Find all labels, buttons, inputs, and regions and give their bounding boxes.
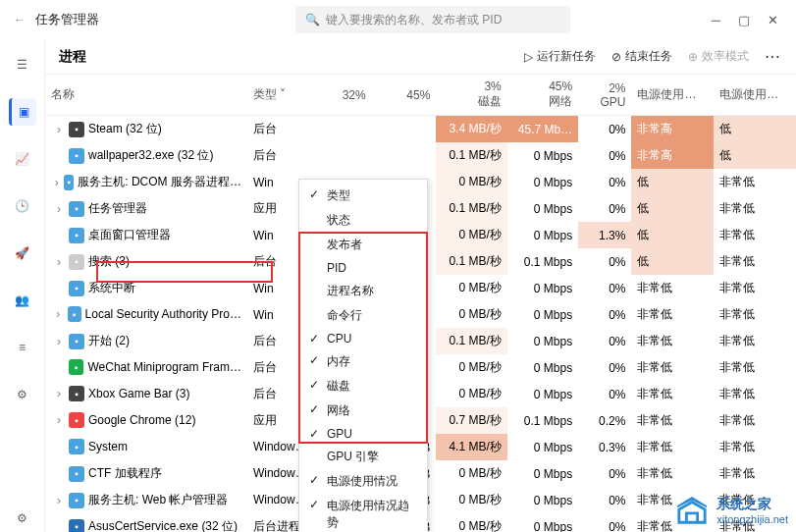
cell-disk: 0.1 MB/秒 [436,142,506,169]
expand-icon[interactable]: › [53,335,65,348]
col-net[interactable]: 45%网络 [507,75,578,116]
cell-disk: 0.1 MB/秒 [436,248,506,275]
cell-gpu: 0% [578,354,631,381]
watermark-logo-icon [673,495,711,526]
expand-icon[interactable]: › [53,494,65,507]
processes-tab-icon[interactable]: ▣ [9,98,36,126]
details-tab-icon[interactable]: ≡ [9,334,36,361]
menu-item[interactable]: 电源使用情况 [299,469,427,494]
col-gpu[interactable]: 2%GPU [578,75,631,116]
performance-tab-icon[interactable]: 📈 [9,145,36,173]
cell-gpu: 0% [578,248,631,275]
process-name: 服务主机: DCOM 服务器进程… [78,174,241,190]
cell-power: 低 [631,222,714,248]
menu-icon[interactable]: ☰ [9,51,36,79]
cell-gpu: 0% [578,301,631,328]
minimize-button[interactable]: ─ [712,13,720,27]
back-icon[interactable]: ← [8,8,31,31]
expand-icon[interactable]: › [53,255,65,269]
expand-icon[interactable]: › [53,176,60,189]
process-icon: ▪ [69,466,84,482]
process-icon: ▪ [69,281,84,296]
expand-icon[interactable]: › [53,413,65,427]
process-icon: ▪ [69,519,84,533]
close-button[interactable]: ✕ [768,13,778,27]
cell-gpu: 0% [578,513,631,532]
col-type[interactable]: 类型 ˅ [247,75,314,116]
more-icon[interactable]: ⋯ [765,47,782,66]
history-tab-icon[interactable]: 🕒 [9,192,36,220]
cell-disk: 4.1 MB/秒 [436,434,506,460]
efficiency-mode-button[interactable]: ⊕ 效率模式 [688,48,749,65]
startup-tab-icon[interactable]: 🚀 [9,239,36,267]
users-tab-icon[interactable]: 👥 [9,287,36,314]
cell-power-trend: 非常低 [714,222,796,248]
end-task-button[interactable]: ⊘ 结束任务 [611,48,672,65]
process-name: 任务管理器 [88,200,147,217]
cell-net: 0 Mbps [507,301,578,328]
cell-power: 非常低 [631,407,714,434]
menu-item[interactable]: CPU [299,328,427,349]
process-name: Xbox Game Bar (3) [88,387,189,400]
cell-disk: 0 MB/秒 [436,381,506,407]
col-power[interactable]: 电源使用情况 [631,75,714,116]
table-row[interactable]: ▪ wallpaper32.exe (32 位) 后台 0.1 MB/秒 0 M… [45,142,796,169]
services-tab-icon[interactable]: ⚙ [9,381,36,408]
expand-icon[interactable]: › [53,202,65,216]
cell-power: 非常低 [631,434,714,460]
sidebar: ☰ ▣ 📈 🕒 🚀 👥 ≡ ⚙ ⚙ [0,39,45,532]
menu-item[interactable]: PID [299,257,427,279]
expand-icon[interactable]: › [53,307,64,321]
cell-power-trend: 非常低 [714,248,796,275]
col-mem[interactable]: 45% [372,75,437,116]
menu-item[interactable]: 电源使用情况趋势 [299,494,427,532]
cell-power: 低 [631,169,714,195]
process-name: 桌面窗口管理器 [88,227,171,243]
menu-item[interactable]: 发布者 [299,233,427,257]
cell-net: 0 Mbps [507,275,578,301]
menu-item[interactable]: 命令行 [299,303,427,328]
process-name: Steam (32 位) [88,121,162,137]
process-name: CTF 加载程序 [88,465,162,482]
cell-net: 0 Mbps [507,142,578,169]
menu-item[interactable]: GPU 引擎 [299,445,427,469]
process-icon: ▪ [69,493,84,508]
settings-icon[interactable]: ⚙ [9,505,36,532]
menu-item[interactable]: 类型 [299,184,427,208]
col-power-trend[interactable]: 电源使用情… [714,75,796,116]
cell-net: 0 Mbps [507,222,578,248]
cell-power-trend: 非常低 [714,381,796,407]
cell-disk: 0 MB/秒 [436,460,506,487]
process-name: 开始 (2) [88,333,130,349]
maximize-button[interactable]: ▢ [738,13,750,27]
cell-gpu: 0.3% [578,434,631,460]
expand-icon[interactable]: › [53,123,65,136]
menu-item[interactable]: 磁盘 [299,374,427,399]
run-new-task-button[interactable]: ▷ 运行新任务 [524,48,596,65]
process-name: System [88,440,128,453]
process-icon: ▪ [69,148,84,164]
cell-net: 0 Mbps [507,328,578,354]
menu-item[interactable]: 网络 [299,399,427,423]
cell-power-trend: 非常低 [714,301,796,328]
menu-item[interactable]: 内存 [299,349,427,374]
cell-disk: 0 MB/秒 [436,513,506,532]
search-icon: 🔍 [305,13,320,27]
process-icon: ▪ [69,201,84,217]
cell-power-trend: 非常低 [714,275,796,301]
table-row[interactable]: › ▪ Steam (32 位) 后台 3.4 MB/秒 45.7 Mb… 0%… [45,116,796,143]
process-icon: ▪ [69,122,84,137]
cell-mem [372,142,437,169]
cell-net: 0 Mbps [507,169,578,195]
process-name: 系统中断 [88,280,135,296]
menu-item[interactable]: 状态 [299,208,427,233]
col-cpu[interactable]: 32% [314,75,372,116]
search-input[interactable]: 🔍 键入要搜索的名称、发布者或 PID [295,6,570,33]
cell-net: 0 Mbps [507,487,578,513]
expand-icon[interactable]: › [53,387,65,400]
cell-power: 非常高 [631,142,714,169]
col-disk[interactable]: 3%磁盘 [436,75,506,116]
menu-item[interactable]: GPU [299,423,427,445]
menu-item[interactable]: 进程名称 [299,279,427,303]
col-name[interactable]: 名称 [45,75,247,116]
